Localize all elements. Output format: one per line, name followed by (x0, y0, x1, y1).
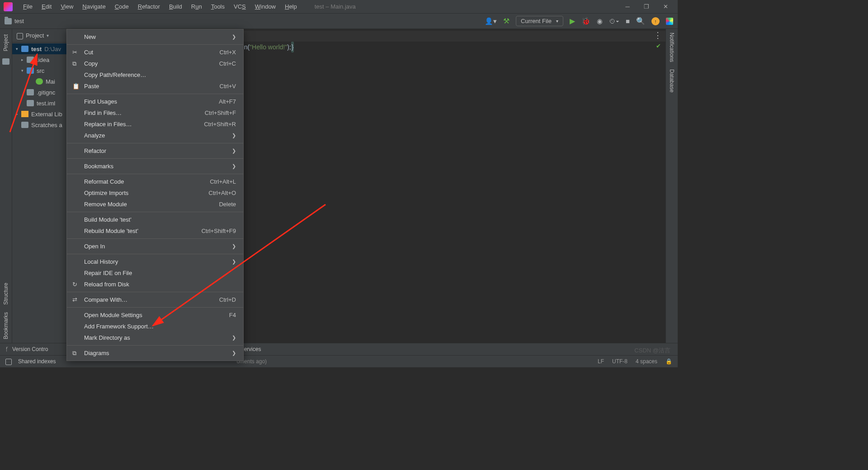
libraries-icon (21, 111, 28, 117)
tab-database[interactable]: Database (667, 66, 677, 96)
status-shared: Shared indexes (18, 358, 56, 365)
ctx-replace-in-files[interactable]: Replace in Files…Ctrl+Shift+R (67, 119, 243, 130)
ctx-label: Bookmarks (84, 163, 113, 170)
coverage-icon[interactable]: ◉ (597, 17, 603, 25)
code-token: } (291, 42, 294, 52)
ctx-build-module-test[interactable]: Build Module 'test' (67, 214, 243, 225)
tree-idea-label: .idea (37, 57, 49, 63)
ctx-label: Reload from Disk (84, 281, 129, 288)
ctx-open-in[interactable]: Open In❯ (67, 241, 243, 252)
profiler-icon[interactable]: ⏲▾ (609, 17, 619, 25)
ctx-compare-with[interactable]: ⇄Compare With…Ctrl+D (67, 294, 243, 305)
tree-src-label: src (37, 67, 44, 74)
tree-iml-label: test.iml (37, 100, 55, 107)
tab-structure[interactable]: Structure (1, 279, 11, 309)
jetbrains-icon[interactable] (666, 18, 673, 25)
status-lock-icon[interactable]: 🔒 (665, 358, 672, 365)
ctx-paste[interactable]: 📋PasteCtrl+V (67, 81, 243, 92)
tree-ext-label: External Lib (31, 111, 62, 118)
user-icon[interactable]: 👤▾ (485, 17, 497, 25)
file-icon (27, 100, 34, 106)
menu-window[interactable]: Window (251, 1, 280, 12)
menu-file[interactable]: File (19, 1, 37, 12)
ctx-shortcut: Ctrl+Shift+F (205, 109, 236, 116)
ctx-analyze[interactable]: Analyze❯ (67, 130, 243, 141)
ctx-label: Find in Files… (84, 109, 122, 116)
ctx-label: Refactor (84, 147, 106, 154)
maximize-button[interactable]: ❐ (643, 3, 650, 10)
chevron-down-icon[interactable]: ▾ (47, 33, 49, 38)
menu-build[interactable]: Build (165, 1, 186, 12)
ctx-label: Repair IDE on File (84, 270, 132, 276)
ctx-bookmarks[interactable]: Bookmarks❯ (67, 161, 243, 172)
project-panel-title[interactable]: Project (26, 32, 44, 39)
run-config-selector[interactable]: Current File ▾ (516, 16, 563, 26)
breadcrumb[interactable]: test (14, 18, 24, 24)
ctx-reformat-code[interactable]: Reformat CodeCtrl+Alt+L (67, 176, 243, 187)
ctx-open-module-settings[interactable]: Open Module SettingsF4 (67, 309, 243, 321)
menu-edit[interactable]: Edit (38, 1, 56, 12)
menu-code[interactable]: Code (111, 1, 133, 12)
ctx-cut[interactable]: ✂CutCtrl+X (67, 47, 243, 58)
code-token: "Hello world!" (250, 42, 287, 52)
ctx-copy-path-reference[interactable]: Copy Path/Reference… (67, 69, 243, 81)
vcs-tool-label[interactable]: Version Contro (12, 346, 48, 352)
tab-notifications[interactable]: Notifications (667, 29, 677, 66)
chevron-right-icon: ❯ (232, 148, 236, 154)
menu-run[interactable]: Run (187, 1, 206, 12)
ctx-rebuild-module-test[interactable]: Rebuild Module 'test'Ctrl+Shift+F9 (67, 225, 243, 237)
build-icon[interactable]: ⚒ (503, 17, 509, 25)
status-encoding[interactable]: UTF-8 (612, 358, 627, 365)
ctx-find-in-files[interactable]: Find in Files…Ctrl+Shift+F (67, 107, 243, 119)
ctx-refactor[interactable]: Refactor❯ (67, 145, 243, 157)
menu-vcs[interactable]: VCS (230, 1, 250, 12)
scratches-icon (21, 122, 28, 128)
ctx-find-usages[interactable]: Find UsagesAlt+F7 (67, 96, 243, 107)
chevron-right-icon: ❯ (232, 133, 236, 138)
run-icon[interactable]: ▶ (570, 17, 575, 25)
ctx-new[interactable]: New❯ (67, 31, 243, 43)
chevron-right-icon: ❯ (232, 335, 236, 341)
status-lf[interactable]: LF (598, 358, 604, 365)
ctx-mark-directory-as[interactable]: Mark Directory as❯ (67, 332, 243, 343)
app-logo-icon (4, 2, 13, 11)
inspection-ok-icon[interactable]: ✔ (656, 43, 661, 49)
chevron-right-icon: ❯ (232, 34, 236, 40)
ctx-shortcut: Alt+F7 (219, 98, 236, 105)
ctx-label: Add Framework Support… (84, 323, 154, 330)
ctx-shortcut: Ctrl+Shift+F9 (201, 228, 236, 234)
stop-icon[interactable]: ■ (626, 17, 630, 25)
debug-icon[interactable]: 🐞 (581, 17, 590, 25)
tool-window-icon[interactable] (5, 359, 12, 365)
menu-navigate[interactable]: Navigate (78, 1, 109, 12)
ctx-copy[interactable]: ⧉CopyCtrl+C (67, 58, 243, 69)
tab-bookmarks[interactable]: Bookmarks (1, 309, 11, 343)
ctx-diagrams[interactable]: ⧉Diagrams❯ (67, 347, 243, 359)
search-icon[interactable]: 🔍 (636, 17, 645, 25)
status-indent[interactable]: 4 spaces (636, 358, 657, 365)
commit-tool-icon[interactable] (2, 58, 9, 65)
git-branch-icon[interactable]: ᚶ (5, 346, 9, 352)
minimize-button[interactable]: ─ (624, 3, 631, 10)
ctx-repair-ide-on-file[interactable]: Repair IDE on File (67, 267, 243, 279)
ctx-label: Build Module 'test' (84, 216, 132, 223)
editor-more-icon[interactable]: ⋮ (654, 30, 663, 40)
ctx-add-framework-support[interactable]: Add Framework Support… (67, 321, 243, 332)
ctx-optimize-imports[interactable]: Optimize ImportsCtrl+Alt+O (67, 187, 243, 199)
ctx-local-history[interactable]: Local History❯ (67, 256, 243, 267)
menu-view[interactable]: View (57, 1, 77, 12)
menu-tools[interactable]: Tools (207, 1, 229, 12)
tab-project[interactable]: Project (1, 31, 11, 55)
ctx-label: Copy (84, 60, 98, 67)
menu-help[interactable]: Help (281, 1, 301, 12)
ctx-label: Diagrams (84, 350, 109, 356)
chevron-right-icon: ❯ (232, 350, 236, 356)
ctx-icon: ✂ (72, 49, 80, 56)
src-folder-icon (27, 67, 34, 74)
close-button[interactable]: ✕ (662, 3, 669, 10)
updates-icon[interactable]: ↑ (651, 17, 660, 25)
ctx-reload-from-disk[interactable]: ↻Reload from Disk (67, 279, 243, 290)
chevron-down-icon: ▾ (556, 19, 558, 24)
menu-refactor[interactable]: Refactor (134, 1, 164, 12)
ctx-remove-module[interactable]: Remove ModuleDelete (67, 199, 243, 210)
